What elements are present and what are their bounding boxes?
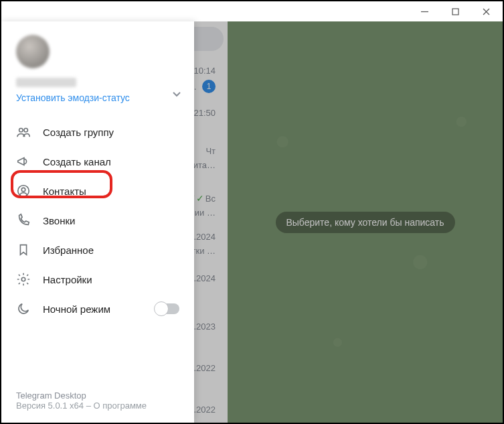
moon-icon (16, 301, 31, 316)
megaphone-icon (16, 154, 31, 169)
svg-point-4 (19, 129, 23, 133)
about-link[interactable]: О программе (93, 401, 147, 411)
phone-icon (16, 213, 31, 228)
drawer-header: Установить эмодзи-статус (1, 21, 194, 112)
menu-label: Контакты (43, 186, 86, 197)
maximize-button[interactable] (440, 1, 471, 21)
menu-label: Настройки (43, 274, 92, 285)
menu-saved[interactable]: Избранное (1, 235, 194, 265)
svg-point-5 (24, 129, 27, 133)
svg-point-8 (21, 277, 25, 281)
group-icon (16, 125, 31, 139)
menu-new-channel[interactable]: Создать канал (1, 147, 194, 176)
gear-icon (16, 272, 31, 287)
menu-label: Избранное (43, 244, 94, 256)
menu-label: Создать группу (43, 127, 114, 138)
menu-calls[interactable]: Звонки (1, 206, 194, 235)
contact-icon (16, 184, 31, 198)
menu-label: Создать канал (43, 156, 111, 167)
menu-settings[interactable]: Настройки (1, 265, 194, 294)
version-text: Версия 5.0.1 x64 – (16, 401, 93, 411)
menu-label: Звонки (43, 215, 75, 226)
minimize-button[interactable] (409, 1, 440, 21)
svg-point-7 (21, 188, 25, 192)
menu-night-mode[interactable]: Ночной режим (1, 294, 194, 324)
menu-contacts[interactable]: Контакты (1, 176, 194, 206)
avatar[interactable] (16, 35, 50, 68)
set-emoji-status-link[interactable]: Установить эмодзи-статус (16, 92, 130, 103)
svg-rect-1 (452, 9, 458, 15)
chevron-down-icon[interactable] (171, 88, 182, 102)
app-window: 10:14 ет… 1 ✓✓21:50 Чт чита… ✓✓Вс олии …… (0, 0, 504, 424)
menu-label: Ночной режим (43, 303, 110, 315)
close-button[interactable] (471, 1, 501, 21)
menu-new-group[interactable]: Создать группу (1, 117, 194, 147)
username (16, 78, 76, 87)
main-menu-drawer: Установить эмодзи-статус Создать группу … (1, 21, 194, 423)
app-name: Telegram Desktop (16, 391, 179, 401)
bookmark-icon (16, 242, 31, 257)
drawer-footer: Telegram Desktop Версия 5.0.1 x64 – О пр… (1, 381, 194, 423)
night-mode-toggle[interactable] (155, 303, 179, 314)
titlebar (1, 1, 503, 21)
